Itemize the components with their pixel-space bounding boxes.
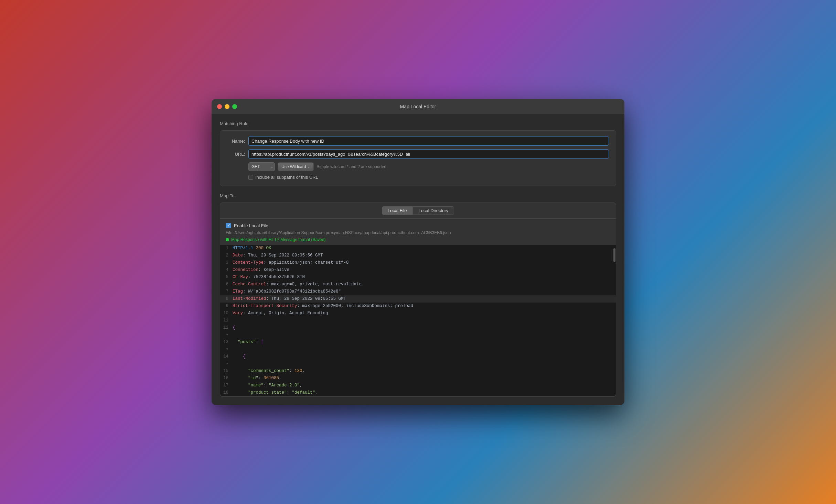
line-content-7: ETag: W/"a36b2082fd0798a7f43121bcba8542e… [233, 288, 616, 295]
line-num-14: 14 ▾ [220, 353, 233, 368]
url-label: URL: [227, 152, 245, 157]
line-content-1: HTTP/1.1 200 OK [233, 245, 616, 252]
line-content-13: "posts": [ [233, 339, 616, 346]
line-content-17: "name": "Arcade 2.0", [233, 382, 616, 389]
local-file-area: Enable Local File File: /Users/nghiatran… [220, 219, 616, 242]
line-num-2: 2 [220, 252, 233, 259]
map-local-editor-window: Map Local Editor Matching Rule Name: URL… [212, 99, 624, 405]
close-button[interactable] [217, 104, 222, 109]
wildcard-hint: Simple wildcard * and ? are supported [317, 164, 386, 169]
line-num-12: 12 ▾ [220, 324, 233, 339]
line-num-8: 8 [220, 295, 233, 303]
subpaths-label: Include all subpaths of this URL [255, 175, 318, 180]
window-content: Matching Rule Name: URL: GET POST PUT [212, 114, 624, 405]
code-line-17: 17 "name": "Arcade 2.0", [220, 382, 616, 389]
use-wildcard-button[interactable]: Use Wildcard [278, 162, 314, 171]
line-content-15: "comments_count": 130, [233, 368, 616, 375]
matching-rule-section: Name: URL: GET POST PUT DELETE [220, 130, 616, 186]
matching-rule-label: Matching Rule [220, 121, 616, 126]
line-content-2: Date: Thu, 29 Sep 2022 09:05:56 GMT [233, 252, 616, 259]
status-text: Map Response with HTTP Message format (S… [231, 237, 326, 242]
name-label: Name: [227, 139, 245, 144]
titlebar: Map Local Editor [212, 99, 624, 114]
code-line-10: 10 Vary: Accept, Origin, Accept-Encoding [220, 310, 616, 317]
line-num-5: 5 [220, 274, 233, 281]
name-input[interactable] [248, 136, 609, 146]
url-row: URL: [227, 149, 609, 159]
line-num-7: 7 [220, 288, 233, 295]
code-line-6: 6 Cache-Control: max-age=0, private, mus… [220, 281, 616, 288]
status-row: Map Response with HTTP Message format (S… [226, 237, 610, 242]
enable-checkbox[interactable] [226, 223, 231, 228]
line-content-11 [233, 317, 616, 324]
window-title: Map Local Editor [400, 104, 436, 109]
code-line-14: 14 ▾ { [220, 353, 616, 368]
code-line-2: 2 Date: Thu, 29 Sep 2022 09:05:56 GMT [220, 252, 616, 259]
maximize-button[interactable] [232, 104, 237, 109]
line-content-9: Strict-Transport-Security: max-age=25920… [233, 303, 616, 310]
code-editor[interactable]: 1 HTTP/1.1 200 OK 2 Date: Thu, 29 Sep 20… [220, 245, 616, 396]
line-num-15: 15 [220, 368, 233, 375]
enable-row: Enable Local File [226, 223, 610, 228]
code-line-4: 4 Connection: keep-alive [220, 266, 616, 274]
line-num-3: 3 [220, 259, 233, 266]
line-num-6: 6 [220, 281, 233, 288]
line-num-18: 18 [220, 389, 233, 396]
line-num-17: 17 [220, 382, 233, 389]
method-select[interactable]: GET POST PUT DELETE [248, 162, 275, 171]
map-to-label: Map To [220, 193, 616, 198]
file-path-value: /Users/nghiatran/Library/Application Sup… [235, 230, 451, 235]
line-content-18: "product_state": "default", [233, 389, 616, 396]
scrollbar-thumb[interactable] [613, 248, 615, 262]
status-dot [226, 238, 229, 241]
code-line-16: 16 "id": 361085, [220, 375, 616, 382]
line-num-16: 16 [220, 375, 233, 382]
code-line-1: 1 HTTP/1.1 200 OK [220, 245, 616, 252]
file-path-row: File: /Users/nghiatran/Library/Applicati… [226, 230, 610, 235]
line-content-16: "id": 361085, [233, 375, 616, 382]
line-content-6: Cache-Control: max-age=0, private, must-… [233, 281, 616, 288]
code-line-7: 7 ETag: W/"a36b2082fd0798a7f43121bcba854… [220, 288, 616, 295]
line-content-12: { [233, 324, 616, 331]
line-num-1: 1 [220, 245, 233, 252]
line-content-5: CF-Ray: 75238f4b5e375626-SIN [233, 274, 616, 281]
subpaths-checkbox[interactable] [248, 175, 253, 180]
line-content-14: { [233, 353, 616, 360]
minimize-button[interactable] [225, 104, 229, 109]
scrollbar-track [613, 245, 616, 396]
line-content-4: Connection: keep-alive [233, 266, 616, 274]
code-line-3: 3 Content-Type: application/json; charse… [220, 259, 616, 266]
line-num-4: 4 [220, 266, 233, 274]
tab-local-file[interactable]: Local File [382, 206, 413, 215]
wildcard-btn-label: Use Wildcard [281, 164, 306, 169]
code-line-18: 18 "product_state": "default", [220, 389, 616, 396]
line-num-9: 9 [220, 303, 233, 310]
subpaths-row: Include all subpaths of this URL [227, 175, 609, 180]
line-num-13: 13 ▾ [220, 339, 233, 353]
code-line-5: 5 CF-Ray: 75238f4b5e375626-SIN [220, 274, 616, 281]
code-line-13: 13 ▾ "posts": [ [220, 339, 616, 353]
tab-local-directory[interactable]: Local Directory [412, 206, 454, 215]
map-to-section: Local File Local Directory Enable Local … [220, 202, 616, 397]
code-line-12: 12 ▾ { [220, 324, 616, 339]
url-input[interactable] [248, 149, 609, 159]
code-line-8: 8 Last-Modified: Thu, 29 Sep 2022 09:05:… [220, 295, 616, 303]
code-line-15: 15 "comments_count": 130, [220, 368, 616, 375]
line-num-10: 10 [220, 310, 233, 317]
enable-label: Enable Local File [234, 223, 268, 228]
file-prefix: File: [226, 230, 234, 235]
line-content-8: Last-Modified: Thu, 29 Sep 2022 09:05:55… [233, 295, 616, 303]
map-to-tabs: Local File Local Directory [220, 203, 616, 219]
line-num-11: 11 [220, 317, 233, 324]
controls-row: GET POST PUT DELETE Use Wildcard Simple … [227, 162, 609, 171]
code-line-9: 9 Strict-Transport-Security: max-age=259… [220, 303, 616, 310]
line-content-10: Vary: Accept, Origin, Accept-Encoding [233, 310, 616, 317]
code-line-11: 11 [220, 317, 616, 324]
line-content-3: Content-Type: application/json; charset=… [233, 259, 616, 266]
traffic-lights [217, 104, 237, 109]
name-row: Name: [227, 136, 609, 146]
method-select-wrapper: GET POST PUT DELETE [248, 162, 275, 171]
